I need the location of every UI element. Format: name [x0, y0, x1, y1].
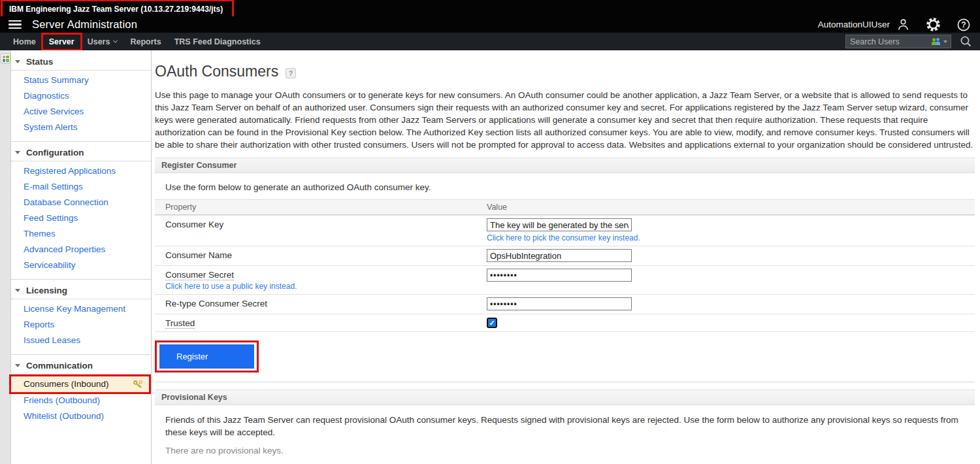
- property-column-header: Property: [155, 200, 487, 214]
- nav-item-reports[interactable]: Reports: [123, 34, 167, 50]
- section-title: Licensing: [26, 286, 67, 295]
- sidebar-item-whitelist-outbound[interactable]: Whitelist (Outbound): [11, 408, 151, 424]
- page-title: OAuth Consumers: [155, 63, 278, 80]
- sidebar-item-system-alerts[interactable]: System Alerts: [11, 120, 151, 135]
- search-icon[interactable]: [960, 35, 972, 50]
- sidebar-section-licensing-header[interactable]: Licensing: [11, 282, 151, 299]
- header-right: AutomationUIUser ?: [818, 16, 971, 33]
- nav-item-home[interactable]: Home: [7, 34, 42, 50]
- app-header: Server Administration AutomationUIUser ?: [0, 16, 980, 33]
- section-title: Communication: [26, 361, 93, 371]
- search-scope-caret-icon[interactable]: [943, 41, 947, 43]
- form-row-retype-secret: Re-type Consumer Secret: [155, 294, 975, 314]
- section-title: Configuration: [26, 148, 84, 157]
- provisional-keys-section-header: Provisional Keys: [155, 389, 975, 405]
- collapse-triangle-icon: [15, 364, 20, 367]
- provisional-keys-description: Friends of this Jazz Team Server can req…: [165, 414, 975, 439]
- form-row-consumer-name: Consumer Name: [155, 246, 975, 265]
- consumer-name-input[interactable]: [487, 249, 632, 262]
- use-public-key-link[interactable]: Click here to use a public key instead.: [165, 282, 297, 291]
- nav-item-users[interactable]: Users: [81, 34, 124, 50]
- checkmark-icon: ✓: [489, 320, 495, 327]
- window-title: IBM Engineering Jazz Team Server (10.13.…: [9, 5, 223, 14]
- collapse-triangle-icon: [15, 151, 20, 154]
- register-consumer-description: Use the form below to generate an author…: [165, 182, 975, 192]
- window-titlebar: IBM Engineering Jazz Team Server (10.13.…: [0, 0, 980, 16]
- sidebar-item-consumers-inbound[interactable]: Consumers (Inbound): [11, 376, 149, 392]
- sidebar-item-themes[interactable]: Themes: [11, 226, 151, 242]
- main-content: OAuth Consumers ? Use this page to manag…: [155, 50, 980, 464]
- sidebar-item-serviceability[interactable]: Serviceability: [11, 257, 151, 273]
- register-consumer-form-table: Property Value Consumer Key Click here t…: [155, 199, 975, 332]
- sidebar-item-email-settings[interactable]: E-mail Settings: [11, 179, 151, 195]
- hamburger-menu-icon[interactable]: [8, 20, 22, 29]
- sidebar-item-license-reports[interactable]: Reports: [11, 317, 151, 333]
- page-help-icon[interactable]: ?: [286, 68, 296, 78]
- svg-text:?: ?: [961, 20, 966, 29]
- sidebar-item-status-summary[interactable]: Status Summary: [11, 73, 151, 88]
- register-button[interactable]: Register: [159, 344, 254, 369]
- retype-consumer-secret-input[interactable]: [487, 297, 632, 310]
- help-icon[interactable]: ?: [956, 18, 971, 32]
- sidebar-item-license-key-management[interactable]: License Key Management: [11, 301, 151, 317]
- sidebar-section-communication: Communication Consumers (Inbound) Friend…: [11, 354, 151, 430]
- current-user-name: AutomationUIUser: [818, 20, 890, 29]
- trusted-label: Trusted: [165, 318, 195, 329]
- sidebar-item-friends-outbound[interactable]: Friends (Outbound): [11, 393, 151, 408]
- keys-icon: [133, 380, 144, 389]
- form-table-header-row: Property Value: [155, 199, 975, 215]
- app-title: Server Administration: [32, 18, 137, 31]
- sidebar-section-communication-header[interactable]: Communication: [11, 357, 151, 374]
- search-users-input[interactable]: [846, 37, 931, 46]
- section-title: Status: [26, 57, 53, 67]
- main-navbar: Home Server Users Reports TRS Feed Diagn…: [0, 33, 980, 50]
- consumer-secret-label: Consumer Secret: [165, 270, 234, 280]
- sidebar-item-registered-applications[interactable]: Registered Applications: [11, 163, 151, 179]
- consumer-secret-input[interactable]: [487, 269, 632, 282]
- sidebar-item-issued-leases[interactable]: Issued Leases: [11, 333, 151, 348]
- consumer-key-label: Consumer Key: [155, 216, 487, 246]
- page-intro-text: Use this page to manage your OAuth consu…: [155, 89, 975, 151]
- form-row-consumer-secret: Consumer Secret Click here to use a publ…: [155, 265, 975, 294]
- form-row-trusted: Trusted ✓: [155, 314, 975, 331]
- sidebar-section-status-header[interactable]: Status: [11, 53, 151, 71]
- sidebar-section-configuration-header[interactable]: Configuration: [11, 144, 151, 161]
- collapse-triangle-icon: [15, 289, 20, 292]
- sidebar-section-configuration: Configuration Registered Applications E-…: [11, 141, 151, 279]
- search-users-box: [845, 35, 951, 48]
- nav-item-server[interactable]: Server: [42, 34, 81, 50]
- sidebar-section-status: Status Status Summary Diagnostics Active…: [11, 53, 151, 141]
- register-consumer-section-header: Register Consumer: [155, 157, 975, 173]
- nav-item-trs-feed-diagnostics[interactable]: TRS Feed Diagnostics: [168, 34, 267, 50]
- annotation-box-register-button: Register: [155, 340, 259, 373]
- consumer-name-label: Consumer Name: [155, 246, 487, 265]
- screen: IBM Engineering Jazz Team Server (10.13.…: [0, 0, 980, 464]
- annotation-box-title: IBM Engineering Jazz Team Server (10.13.…: [1, 0, 234, 18]
- page-title-row: OAuth Consumers ?: [155, 63, 975, 80]
- left-edge-strip: [0, 50, 11, 464]
- sidebar-item-active-services[interactable]: Active Services: [11, 104, 151, 120]
- form-row-consumer-key: Consumer Key Click here to pick the cons…: [155, 215, 975, 246]
- user-filter-icon[interactable]: [931, 37, 941, 46]
- user-profile-icon[interactable]: [896, 18, 910, 31]
- consumer-key-input[interactable]: [487, 218, 632, 231]
- admin-sidebar: Status Status Summary Diagnostics Active…: [11, 50, 152, 464]
- retype-consumer-secret-label: Re-type Consumer Secret: [155, 295, 487, 314]
- sidebar-item-advanced-properties[interactable]: Advanced Properties: [11, 242, 151, 257]
- value-column-header: Value: [487, 200, 975, 214]
- no-provisional-keys-text: There are no provisional keys.: [165, 446, 975, 456]
- app-grid-icon[interactable]: [1, 54, 10, 63]
- section-divider: [155, 382, 975, 382]
- nav-item-users-label: Users: [88, 37, 110, 46]
- sidebar-section-licensing: Licensing License Key Management Reports…: [11, 279, 151, 354]
- sidebar-item-feed-settings[interactable]: Feed Settings: [11, 210, 151, 226]
- trusted-checkbox[interactable]: ✓: [487, 318, 497, 328]
- chevron-down-icon: [113, 39, 118, 43]
- sidebar-item-label: Consumers (Inbound): [24, 380, 109, 389]
- sidebar-item-database-connection[interactable]: Database Connection: [11, 195, 151, 210]
- sidebar-item-diagnostics[interactable]: Diagnostics: [11, 88, 151, 104]
- pick-consumer-key-link[interactable]: Click here to pick the consumer key inst…: [487, 233, 640, 242]
- settings-gear-icon[interactable]: [926, 17, 941, 32]
- collapse-triangle-icon: [15, 60, 20, 63]
